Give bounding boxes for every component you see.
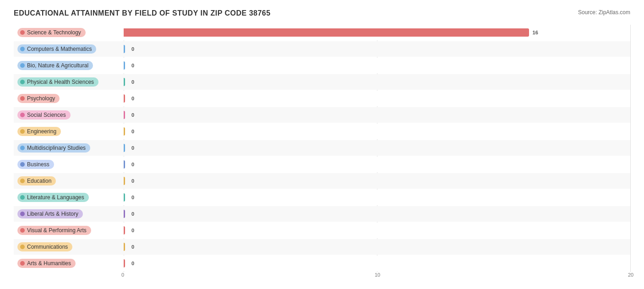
bar-label: Science & Technology [27,29,81,36]
table-row: Psychology0 [14,91,630,106]
bar-value-label: 0 [131,162,134,167]
bar: 0 [124,78,125,86]
table-row: Visual & Performing Arts0 [14,223,630,238]
bar-container: 0 [124,192,630,202]
bar-label: Communications [27,244,68,250]
bar-container: 0 [124,159,630,169]
bar: 0 [124,210,125,218]
bar-container: 0 [124,44,630,54]
pill-dot-icon [20,245,25,249]
bar: 16 [124,28,529,37]
bar-value-label: 0 [131,244,134,250]
table-row: Multidisciplinary Studies0 [14,140,630,156]
bar: 0 [124,45,125,53]
bar-container: 0 [124,143,630,153]
bar-container: 0 [124,77,630,87]
pill-dot-icon [20,129,25,134]
pill-dot-icon [20,228,25,233]
x-axis-label: 0 [121,272,124,278]
pill-dot-icon [20,80,25,84]
bar-value-label: 0 [131,178,134,184]
table-row: Liberal Arts & History0 [14,206,630,222]
bar-container: 0 [124,126,630,136]
bar-container: 0 [124,209,630,219]
bar-value-label: 0 [131,112,134,118]
bar: 0 [124,127,125,136]
pill-dot-icon [20,146,25,150]
chart-title: EDUCATIONAL ATTAINMENT BY FIELD OF STUDY… [14,9,271,17]
bar-label: Liberal Arts & History [27,211,78,217]
table-row: Computers & Mathematics0 [14,41,630,57]
bar-container: 0 [124,60,630,71]
table-row: Literature & Languages0 [14,190,630,205]
bar-value-label: 0 [131,63,134,68]
bar-container: 0 [124,225,630,235]
table-row: Education0 [14,173,630,189]
pill-dot-icon [20,179,25,183]
bar-label: Social Sciences [27,112,66,118]
bar-value-label: 0 [131,145,134,151]
pill-dot-icon [20,113,25,117]
bar-label: Education [27,178,51,184]
bar-value-label: 0 [131,211,134,217]
grid-line [630,25,631,272]
bar-value-label: 0 [131,195,134,200]
source-label: Source: ZipAtlas.com [578,9,630,16]
bar-label: Engineering [27,128,56,135]
bar-container: 0 [124,258,630,268]
table-row: Social Sciences0 [14,107,630,123]
table-row: Communications0 [14,239,630,255]
x-axis-label: 10 [375,272,380,278]
bar-container: 0 [124,110,630,120]
pill-dot-icon [20,162,25,167]
x-axis-label: 20 [628,272,633,278]
pill-dot-icon [20,195,25,200]
bar-label: Bio, Nature & Agricultural [27,62,88,69]
table-row: Bio, Nature & Agricultural0 [14,58,630,73]
chart-area: Science & Technology16Computers & Mathem… [14,25,630,281]
bar-value-label: 0 [131,79,134,85]
bar-label: Arts & Humanities [27,260,71,267]
x-axis: 01020 [124,272,630,281]
pill-dot-icon [20,261,25,266]
bar-container: 0 [124,176,630,186]
bar-container: 0 [124,93,630,104]
bar: 0 [124,193,125,202]
bar-value-label: 0 [131,46,134,52]
pill-dot-icon [20,96,25,101]
table-row: Physical & Health Sciences0 [14,74,630,90]
bar: 0 [124,111,125,119]
table-row: Science & Technology16 [14,25,630,40]
bar: 0 [124,144,125,152]
page-container: EDUCATIONAL ATTAINMENT BY FIELD OF STUDY… [14,9,630,281]
table-row: Engineering0 [14,124,630,139]
bar: 0 [124,177,125,185]
bar-label: Visual & Performing Arts [27,227,87,234]
bar-label: Business [27,161,49,168]
bar-value-label: 0 [131,96,134,101]
bar-label: Psychology [27,95,55,102]
bar: 0 [124,259,125,267]
bar: 0 [124,61,125,70]
bar: 0 [124,226,125,234]
table-row: Arts & Humanities0 [14,256,630,271]
pill-dot-icon [20,212,25,216]
bar-value-label: 0 [131,261,134,266]
bar-label: Multidisciplinary Studies [27,145,86,151]
pill-dot-icon [20,47,25,51]
bar: 0 [124,94,125,103]
bar-container: 16 [124,27,630,38]
bar: 0 [124,243,125,251]
bar-label: Physical & Health Sciences [27,79,94,85]
bar-value-label: 16 [533,30,538,35]
bar-container: 0 [124,242,630,252]
bars-container: Science & Technology16Computers & Mathem… [14,25,630,271]
pill-dot-icon [20,63,25,68]
bar-label: Computers & Mathematics [27,46,92,52]
bar-value-label: 0 [131,228,134,233]
bar-value-label: 0 [131,129,134,134]
bar-label: Literature & Languages [27,194,84,201]
pill-dot-icon [20,30,25,35]
bar: 0 [124,160,125,169]
table-row: Business0 [14,157,630,172]
